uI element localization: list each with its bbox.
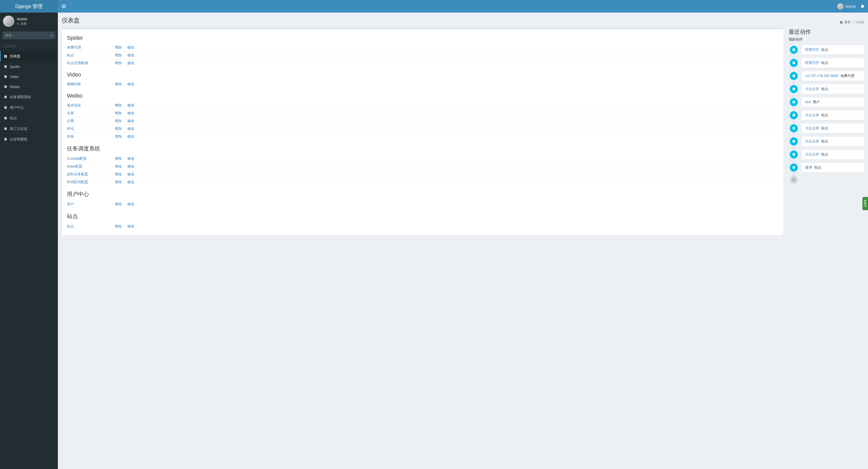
- timeline-link[interactable]: 大众点评: [805, 152, 819, 156]
- model-add-link[interactable]: 增加: [115, 111, 122, 115]
- sidebar-item-4[interactable]: 任务调度系统‹: [0, 92, 58, 102]
- sidebar-item-8[interactable]: 认证和授权‹: [0, 134, 58, 145]
- db-icon: [4, 117, 9, 120]
- django-debug-toolbar-handle[interactable]: DjDT: [863, 197, 868, 210]
- timeline-box: 大众点评 站点: [801, 136, 864, 147]
- nav-right: wuyue: [837, 3, 864, 9]
- chevron-left-icon: ‹: [53, 128, 54, 130]
- model-add-link[interactable]: 增加: [115, 164, 122, 168]
- model-change-link[interactable]: 修改: [127, 156, 134, 160]
- timeline-link[interactable]: 微博: [805, 165, 812, 169]
- model-add-link[interactable]: 增加: [115, 180, 122, 184]
- model-link[interactable]: 定时任务配置: [67, 172, 88, 176]
- sidebar-item-2[interactable]: Video‹: [0, 72, 58, 82]
- timeline-item: 大众点评 站点: [790, 136, 864, 147]
- model-add-link[interactable]: 增加: [115, 172, 122, 176]
- model-change-link[interactable]: 修改: [127, 53, 134, 57]
- app-section: Weibo基本信息增加修改文章增加修改点赞增加修改评论增加修改转发增加修改: [67, 93, 778, 140]
- sidebar-item-5[interactable]: 用户中心‹: [0, 102, 58, 113]
- sidebar-item-label: Spider: [10, 65, 53, 69]
- sidebar-item-label: 任务调度系统: [10, 95, 53, 99]
- model-change-link[interactable]: 修改: [127, 61, 134, 65]
- model-add-link[interactable]: 增加: [115, 224, 122, 228]
- timeline-link[interactable]: 大众点评: [805, 87, 819, 91]
- breadcrumb-home[interactable]: 首页: [844, 20, 850, 24]
- model-row: Solar配置增加修改: [67, 163, 778, 170]
- database-icon: [790, 163, 798, 171]
- model-link[interactable]: 评论: [67, 127, 74, 131]
- sidebar-item-1[interactable]: Spider‹: [0, 62, 58, 72]
- timeline-model-type: 站点: [813, 165, 821, 169]
- timeline-model-type: 站点: [820, 152, 828, 156]
- model-change-link[interactable]: 修改: [127, 202, 134, 206]
- database-icon: [790, 151, 798, 158]
- recent-title: 最近动作: [789, 28, 864, 36]
- chevron-left-icon: ‹: [53, 138, 54, 141]
- model-change-link[interactable]: 修改: [127, 82, 134, 86]
- model-change-link[interactable]: 修改: [127, 172, 134, 176]
- model-link[interactable]: 点赞: [67, 119, 74, 123]
- model-add-link[interactable]: 增加: [115, 53, 122, 57]
- nav-username: wuyue: [846, 4, 856, 8]
- model-link[interactable]: 视频列表: [67, 82, 81, 86]
- settings-icon[interactable]: [860, 4, 864, 8]
- timeline-link[interactable]: test: [805, 100, 811, 104]
- model-change-link[interactable]: 修改: [127, 134, 134, 138]
- timeline-link[interactable]: 大众点评: [805, 139, 819, 143]
- search-input[interactable]: [2, 31, 50, 39]
- timeline-link[interactable]: 阿里巴巴: [805, 48, 819, 52]
- search-button[interactable]: [50, 31, 55, 39]
- chevron-left-icon: ‹: [53, 86, 54, 88]
- nav-user-menu[interactable]: wuyue: [837, 3, 856, 9]
- model-link[interactable]: 时间区间配置: [67, 180, 88, 184]
- model-link[interactable]: Crontab配置: [67, 156, 87, 160]
- recent-subtitle: 我的动作: [789, 37, 864, 42]
- timeline-model-type: 站点: [820, 126, 828, 130]
- model-add-link[interactable]: 增加: [115, 103, 122, 107]
- timeline-model-type: 站点: [820, 48, 828, 52]
- model-link[interactable]: 用户: [67, 202, 74, 206]
- model-add-link[interactable]: 增加: [115, 45, 122, 49]
- timeline-link[interactable]: 117.87.178.252:9000: [805, 74, 838, 78]
- model-change-link[interactable]: 修改: [127, 45, 134, 49]
- model-change-link[interactable]: 修改: [127, 180, 134, 184]
- model-link[interactable]: Solar配置: [67, 164, 82, 168]
- sidebar-item-7[interactable]: 第三方认证‹: [0, 124, 58, 134]
- model-change-link[interactable]: 修改: [127, 127, 134, 131]
- model-add-link[interactable]: 增加: [115, 82, 122, 86]
- model-link[interactable]: 站点代理检测: [67, 61, 88, 65]
- model-change-link[interactable]: 修改: [127, 111, 134, 115]
- brand-logo[interactable]: Django 管理: [0, 0, 58, 12]
- model-change-link[interactable]: 修改: [127, 164, 134, 168]
- timeline-link[interactable]: 大众点评: [805, 126, 819, 130]
- db-icon: [4, 75, 9, 79]
- model-add-link[interactable]: 增加: [115, 156, 122, 160]
- sidebar-item-6[interactable]: 站点‹: [0, 113, 58, 124]
- sidebar-item-3[interactable]: Weibo‹: [0, 82, 58, 92]
- model-change-link[interactable]: 修改: [127, 224, 134, 228]
- app-section: 任务调度系统Crontab配置增加修改Solar配置增加修改定时任务配置增加修改…: [67, 145, 778, 186]
- timeline-box: 大众点评 站点: [801, 84, 864, 94]
- model-add-link[interactable]: 增加: [115, 202, 122, 206]
- timeline-model-type: 站点: [820, 87, 828, 91]
- model-link[interactable]: 站点: [67, 224, 74, 228]
- timeline-item: 阿里巴巴 站点: [790, 58, 864, 68]
- model-add-link[interactable]: 增加: [115, 61, 122, 65]
- model-link[interactable]: 文章: [67, 111, 74, 115]
- timeline-link[interactable]: 阿里巴巴: [805, 61, 819, 65]
- model-row: 评论增加修改: [67, 125, 778, 133]
- model-link[interactable]: 基本信息: [67, 103, 81, 107]
- model-link[interactable]: 转发: [67, 134, 74, 138]
- timeline-model-type: 站点: [820, 61, 828, 65]
- model-add-link[interactable]: 增加: [115, 134, 122, 138]
- model-change-link[interactable]: 修改: [127, 103, 134, 107]
- model-link[interactable]: 免费代理: [67, 45, 81, 49]
- sidebar-item-0[interactable]: 仪表盘: [0, 51, 58, 62]
- sidebar-toggle-icon[interactable]: [62, 4, 66, 8]
- timeline-link[interactable]: 大众点评: [805, 113, 819, 117]
- model-link[interactable]: 站点: [67, 53, 74, 57]
- clock-icon: [790, 176, 798, 184]
- model-change-link[interactable]: 修改: [127, 119, 134, 123]
- model-add-link[interactable]: 增加: [115, 127, 122, 131]
- model-add-link[interactable]: 增加: [115, 119, 122, 123]
